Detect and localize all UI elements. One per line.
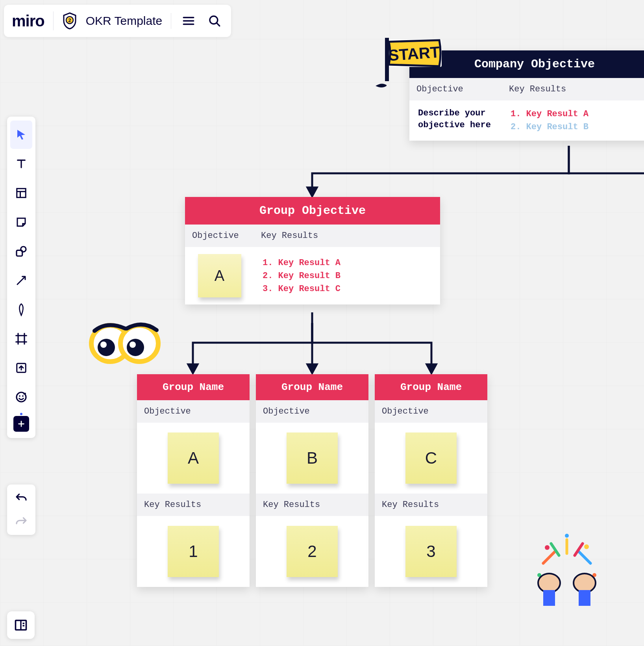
sticky-note[interactable]: 3 bbox=[405, 526, 457, 577]
sticky-note[interactable]: 1 bbox=[168, 526, 219, 577]
eyes-sticker[interactable] bbox=[87, 319, 162, 368]
key-results-label: Key Results bbox=[375, 494, 487, 516]
objective-label: Objective bbox=[256, 400, 368, 423]
svg-rect-32 bbox=[579, 590, 590, 606]
svg-marker-11 bbox=[307, 187, 317, 196]
sticky-note[interactable]: C bbox=[405, 433, 457, 484]
column-labels: Objective Key Results bbox=[185, 225, 440, 247]
svg-point-23 bbox=[130, 342, 136, 348]
objective-label: Objective bbox=[137, 400, 250, 423]
sticky-note[interactable]: B bbox=[287, 433, 338, 484]
objective-text[interactable]: Describe your objective here bbox=[409, 100, 502, 141]
svg-point-26 bbox=[565, 534, 569, 538]
sticky-note[interactable]: 2 bbox=[287, 526, 338, 577]
card-title: Group Name bbox=[375, 374, 487, 400]
svg-point-29 bbox=[538, 574, 560, 592]
key-results-label: Key Results bbox=[256, 494, 368, 516]
card-title: Group Name bbox=[137, 374, 250, 400]
group-card[interactable]: Group Name Objective C Key Results 3 bbox=[375, 374, 487, 587]
svg-rect-31 bbox=[543, 590, 555, 606]
group-card[interactable]: Group Name Objective A Key Results 1 bbox=[137, 374, 250, 587]
key-results-list[interactable]: 1. Key Result A 2. Key Result B 3. Key R… bbox=[254, 249, 349, 303]
card-title: Group Objective bbox=[185, 197, 440, 225]
objective-label: Objective bbox=[375, 400, 487, 423]
key-results-label: Key Results bbox=[137, 494, 250, 516]
sticky-note[interactable]: A bbox=[198, 254, 241, 297]
svg-marker-14 bbox=[427, 364, 436, 373]
card-title: Group Name bbox=[256, 374, 368, 400]
sticky-note[interactable]: A bbox=[168, 433, 219, 484]
svg-point-21 bbox=[100, 342, 107, 348]
svg-point-30 bbox=[574, 574, 596, 592]
svg-marker-13 bbox=[188, 364, 198, 373]
svg-point-22 bbox=[127, 339, 144, 356]
svg-text:START: START bbox=[388, 43, 440, 64]
celebrate-sticker[interactable] bbox=[527, 532, 606, 612]
svg-point-24 bbox=[545, 545, 550, 550]
group-objective-card[interactable]: Group Objective Objective Key Results A … bbox=[185, 197, 440, 304]
group-card[interactable]: Group Name Objective B Key Results 2 bbox=[256, 374, 368, 587]
start-sticker[interactable]: START bbox=[366, 35, 445, 95]
svg-rect-17 bbox=[385, 38, 389, 81]
svg-point-25 bbox=[584, 544, 589, 549]
svg-point-20 bbox=[98, 339, 115, 356]
key-results-list[interactable]: 1. Key Result A 2. Key Result B bbox=[502, 100, 597, 141]
svg-marker-12 bbox=[307, 364, 317, 373]
